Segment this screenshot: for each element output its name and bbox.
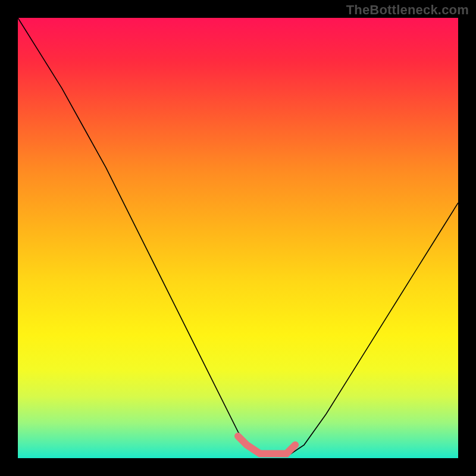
curve-line	[18, 18, 458, 454]
chart-plot-area	[18, 18, 458, 458]
chart-svg	[18, 18, 458, 458]
watermark-text: TheBottleneck.com	[346, 2, 469, 18]
valley-highlight	[238, 436, 295, 454]
